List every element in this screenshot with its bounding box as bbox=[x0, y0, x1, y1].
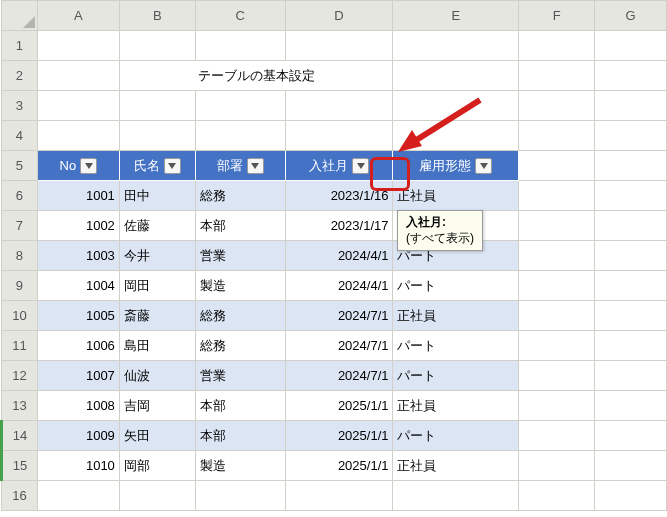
cell[interactable] bbox=[37, 61, 119, 91]
cell[interactable] bbox=[195, 481, 285, 511]
cell[interactable] bbox=[595, 361, 667, 391]
cell-dept[interactable]: 営業 bbox=[195, 361, 285, 391]
cell[interactable] bbox=[519, 301, 595, 331]
cell[interactable] bbox=[519, 181, 595, 211]
cell-name[interactable]: 矢田 bbox=[119, 421, 195, 451]
cell[interactable] bbox=[595, 91, 667, 121]
cell-name[interactable]: 岡部 bbox=[119, 451, 195, 481]
cell-joined[interactable]: 2023/1/16 bbox=[285, 181, 393, 211]
cell-joined[interactable]: 2023/1/17 bbox=[285, 211, 393, 241]
cell[interactable] bbox=[119, 481, 195, 511]
cell[interactable] bbox=[519, 91, 595, 121]
cell-dept[interactable]: 本部 bbox=[195, 211, 285, 241]
page-title[interactable]: テーブルの基本設定 bbox=[119, 61, 393, 91]
cell[interactable] bbox=[195, 31, 285, 61]
col-header-D[interactable]: D bbox=[285, 1, 393, 31]
filter-button-dept[interactable] bbox=[247, 158, 264, 174]
cell[interactable] bbox=[37, 121, 119, 151]
table-header-joined[interactable]: 入社月 bbox=[285, 151, 393, 181]
row-header[interactable]: 4 bbox=[2, 121, 38, 151]
cell[interactable] bbox=[119, 91, 195, 121]
cell-no[interactable]: 1008 bbox=[37, 391, 119, 421]
cell[interactable] bbox=[119, 31, 195, 61]
cell[interactable] bbox=[37, 91, 119, 121]
cell[interactable] bbox=[519, 451, 595, 481]
cell-dept[interactable]: 総務 bbox=[195, 331, 285, 361]
row-header[interactable]: 1 bbox=[2, 31, 38, 61]
cell[interactable] bbox=[519, 241, 595, 271]
cell[interactable] bbox=[519, 31, 595, 61]
cell-no[interactable]: 1004 bbox=[37, 271, 119, 301]
cell[interactable] bbox=[595, 211, 667, 241]
cell[interactable] bbox=[285, 481, 393, 511]
cell-joined[interactable]: 2024/4/1 bbox=[285, 271, 393, 301]
cell[interactable] bbox=[595, 331, 667, 361]
cell[interactable] bbox=[595, 31, 667, 61]
cell-dept[interactable]: 総務 bbox=[195, 301, 285, 331]
cell-joined[interactable]: 2024/7/1 bbox=[285, 361, 393, 391]
cell[interactable] bbox=[595, 121, 667, 151]
row-header[interactable]: 7 bbox=[2, 211, 38, 241]
cell[interactable] bbox=[285, 121, 393, 151]
cell[interactable] bbox=[519, 421, 595, 451]
cell[interactable] bbox=[595, 481, 667, 511]
cell[interactable] bbox=[393, 121, 519, 151]
filter-button-emptype[interactable] bbox=[475, 158, 492, 174]
cell-no[interactable]: 1001 bbox=[37, 181, 119, 211]
cell-dept[interactable]: 本部 bbox=[195, 421, 285, 451]
row-header[interactable]: 10 bbox=[2, 301, 38, 331]
row-header[interactable]: 12 bbox=[2, 361, 38, 391]
table-header-name[interactable]: 氏名 bbox=[119, 151, 195, 181]
cell-no[interactable]: 1007 bbox=[37, 361, 119, 391]
cell[interactable] bbox=[595, 241, 667, 271]
cell-name[interactable]: 仙波 bbox=[119, 361, 195, 391]
cell[interactable] bbox=[519, 391, 595, 421]
cell-joined[interactable]: 2025/1/1 bbox=[285, 451, 393, 481]
row-header[interactable]: 14 bbox=[2, 421, 38, 451]
cell-emptype[interactable]: パート bbox=[393, 331, 519, 361]
cell-joined[interactable]: 2025/1/1 bbox=[285, 421, 393, 451]
cell-dept[interactable]: 営業 bbox=[195, 241, 285, 271]
cell[interactable] bbox=[195, 121, 285, 151]
cell[interactable] bbox=[37, 481, 119, 511]
cell-name[interactable]: 岡田 bbox=[119, 271, 195, 301]
cell-no[interactable]: 1005 bbox=[37, 301, 119, 331]
col-header-A[interactable]: A bbox=[37, 1, 119, 31]
cell[interactable] bbox=[595, 451, 667, 481]
cell-joined[interactable]: 2024/7/1 bbox=[285, 331, 393, 361]
filter-button-joined[interactable] bbox=[352, 158, 369, 174]
filter-button-no[interactable] bbox=[80, 158, 97, 174]
cell[interactable] bbox=[393, 31, 519, 61]
cell[interactable] bbox=[595, 61, 667, 91]
cell-name[interactable]: 佐藤 bbox=[119, 211, 195, 241]
cell[interactable] bbox=[519, 481, 595, 511]
cell[interactable] bbox=[595, 181, 667, 211]
row-header[interactable]: 15 bbox=[2, 451, 38, 481]
cell-name[interactable]: 島田 bbox=[119, 331, 195, 361]
cell-no[interactable]: 1009 bbox=[37, 421, 119, 451]
row-header[interactable]: 8 bbox=[2, 241, 38, 271]
cell-joined[interactable]: 2024/4/1 bbox=[285, 241, 393, 271]
select-all-corner[interactable] bbox=[2, 1, 38, 31]
cell[interactable] bbox=[393, 91, 519, 121]
cell[interactable] bbox=[37, 31, 119, 61]
cell-dept[interactable]: 製造 bbox=[195, 451, 285, 481]
row-header[interactable]: 5 bbox=[2, 151, 38, 181]
cell[interactable] bbox=[519, 211, 595, 241]
col-header-E[interactable]: E bbox=[393, 1, 519, 31]
cell[interactable] bbox=[519, 331, 595, 361]
cell-emptype[interactable]: パート bbox=[393, 361, 519, 391]
cell[interactable] bbox=[285, 31, 393, 61]
row-header[interactable]: 9 bbox=[2, 271, 38, 301]
col-header-G[interactable]: G bbox=[595, 1, 667, 31]
cell[interactable] bbox=[285, 91, 393, 121]
table-header-no[interactable]: No bbox=[37, 151, 119, 181]
cell[interactable] bbox=[519, 61, 595, 91]
cell-no[interactable]: 1002 bbox=[37, 211, 119, 241]
row-header[interactable]: 16 bbox=[2, 481, 38, 511]
cell-dept[interactable]: 総務 bbox=[195, 181, 285, 211]
cell-dept[interactable]: 本部 bbox=[195, 391, 285, 421]
cell-name[interactable]: 今井 bbox=[119, 241, 195, 271]
cell[interactable] bbox=[519, 361, 595, 391]
cell-emptype[interactable]: 正社員 bbox=[393, 451, 519, 481]
